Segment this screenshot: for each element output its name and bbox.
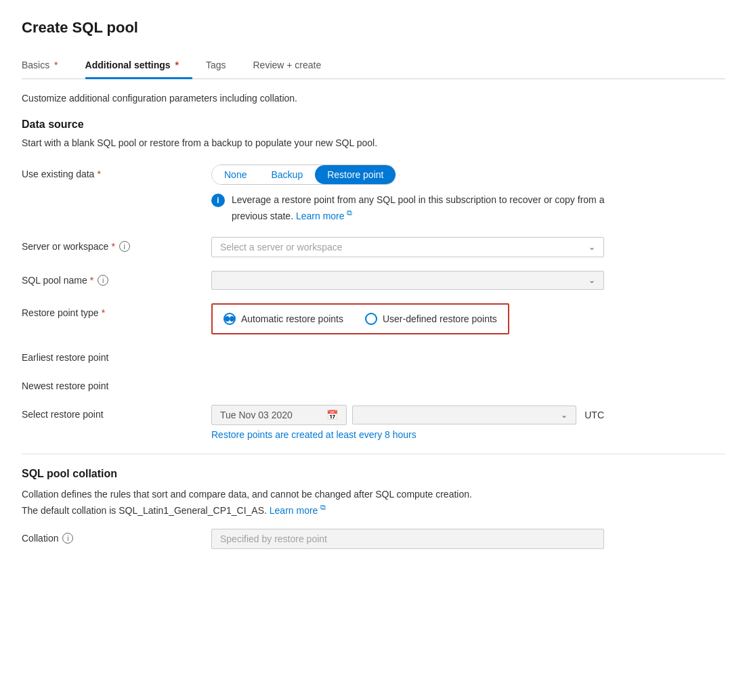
server-workspace-info-icon[interactable]: i <box>119 241 130 252</box>
info-icon: i <box>211 194 225 207</box>
tab-tags[interactable]: Tags <box>206 53 240 79</box>
toggle-backup[interactable]: Backup <box>259 165 315 184</box>
time-dropdown[interactable]: ⌄ <box>352 406 576 424</box>
earliest-restore-point-label: Earliest restore point <box>22 348 211 363</box>
collation-description: Collation defines the rules that sort an… <box>22 487 631 518</box>
collation-info-icon[interactable]: i <box>62 533 73 544</box>
server-workspace-control: Select a server or workspace ⌄ <box>211 237 725 257</box>
page-description: Customize additional configuration param… <box>22 93 725 104</box>
learn-more-link[interactable]: Learn more ⧉ <box>296 211 352 221</box>
page-title: Create SQL pool <box>22 19 725 37</box>
server-workspace-label: Server or workspace * i <box>22 237 211 252</box>
radio-automatic-label: Automatic restore points <box>241 313 343 324</box>
radio-user-defined-label: User-defined restore points <box>383 313 497 324</box>
radio-automatic-btn[interactable] <box>223 313 236 325</box>
use-existing-data-label: Use existing data * <box>22 165 211 179</box>
calendar-icon: 📅 <box>326 410 338 420</box>
sql-pool-name-info-icon[interactable]: i <box>98 275 108 286</box>
select-restore-point-control: Tue Nov 03 2020 📅 ⌄ UTC Restore points a… <box>211 405 725 440</box>
tab-review-create[interactable]: Review + create <box>253 53 335 79</box>
select-restore-point-label: Select restore point <box>22 405 211 420</box>
data-source-toggle-group: None Backup Restore point <box>211 165 396 185</box>
section-divider <box>22 454 725 454</box>
use-existing-data-control: None Backup Restore point i Leverage a r… <box>211 165 725 223</box>
info-text: Leverage a restore point from any SQL po… <box>232 193 618 223</box>
server-workspace-row: Server or workspace * i Select a server … <box>22 237 725 257</box>
date-picker-row: Tue Nov 03 2020 📅 ⌄ UTC <box>211 405 604 425</box>
time-dropdown-arrow: ⌄ <box>561 410 568 420</box>
radio-automatic[interactable]: Automatic restore points <box>223 313 343 325</box>
data-source-description: Start with a blank SQL pool or restore f… <box>22 137 725 148</box>
restore-point-type-row: Restore point type * Automatic restore p… <box>22 303 725 334</box>
external-link-icon: ⧉ <box>347 209 352 217</box>
use-existing-data-row: Use existing data * None Backup Restore … <box>22 165 725 223</box>
collation-placeholder: Specified by restore point <box>220 533 327 544</box>
tab-additional-settings[interactable]: Additional settings * <box>85 53 192 79</box>
dropdown-arrow-icon: ⌄ <box>589 242 595 252</box>
newest-restore-point-row: Newest restore point <box>22 376 725 391</box>
sql-pool-name-row: SQL pool name * i ⌄ <box>22 271 725 290</box>
collation-section-title: SQL pool collation <box>22 468 725 480</box>
date-input[interactable]: Tue Nov 03 2020 📅 <box>211 405 347 425</box>
toggle-none[interactable]: None <box>212 165 259 184</box>
date-value: Tue Nov 03 2020 <box>220 410 293 420</box>
toggle-restore-point[interactable]: Restore point <box>315 165 396 184</box>
collation-label: Collation i <box>22 529 211 544</box>
collation-control: Specified by restore point <box>211 529 725 549</box>
tab-basics[interactable]: Basics * <box>22 53 72 79</box>
collation-row: Collation i Specified by restore point <box>22 529 725 549</box>
restore-hint: Restore points are created at least ever… <box>211 429 725 440</box>
sql-pool-name-dropdown[interactable]: ⌄ <box>211 271 604 290</box>
earliest-restore-point-row: Earliest restore point <box>22 348 725 363</box>
tabs-nav: Basics * Additional settings * Tags Revi… <box>22 53 725 79</box>
restore-point-type-group: Automatic restore points User-defined re… <box>211 303 509 334</box>
collation-learn-more-link[interactable]: Learn more ⧉ <box>270 505 326 516</box>
radio-user-defined-btn[interactable] <box>365 313 377 325</box>
restore-point-type-label: Restore point type * <box>22 303 211 318</box>
sql-pool-name-control: ⌄ <box>211 271 725 290</box>
sql-pool-name-label: SQL pool name * i <box>22 271 211 286</box>
sql-pool-name-arrow-icon: ⌄ <box>589 276 595 285</box>
utc-label: UTC <box>584 410 604 420</box>
restore-point-type-control: Automatic restore points User-defined re… <box>211 303 725 334</box>
newest-restore-point-label: Newest restore point <box>22 376 211 391</box>
server-workspace-placeholder: Select a server or workspace <box>220 242 343 253</box>
server-workspace-dropdown[interactable]: Select a server or workspace ⌄ <box>211 237 604 257</box>
collation-input[interactable]: Specified by restore point <box>211 529 604 549</box>
select-restore-point-row: Select restore point Tue Nov 03 2020 📅 ⌄… <box>22 405 725 440</box>
radio-user-defined[interactable]: User-defined restore points <box>365 313 497 325</box>
collation-external-link-icon: ⧉ <box>320 503 326 511</box>
restore-point-info-box: i Leverage a restore point from any SQL … <box>211 193 618 223</box>
data-source-title: Data source <box>22 118 725 131</box>
